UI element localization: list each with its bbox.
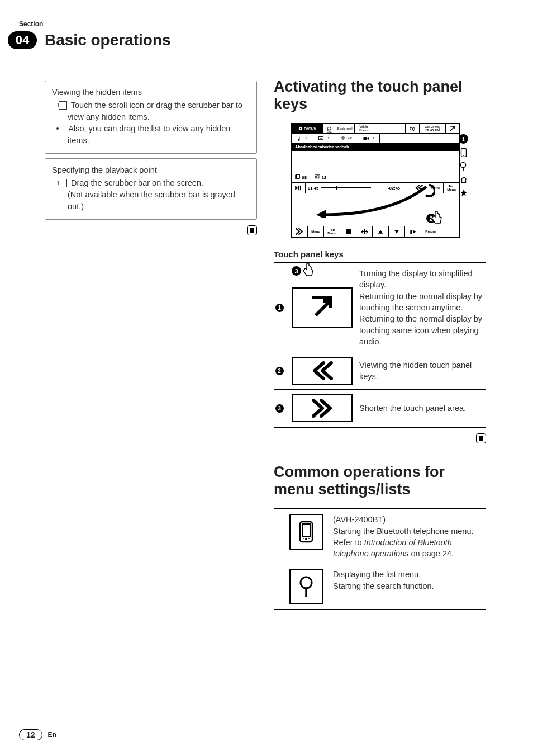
phone-icon [460,148,468,157]
chevron-right-icon [292,226,307,237]
repeat-icon: Disc [323,124,336,133]
page-footer: 12 En [19,729,56,740]
svg-point-20 [301,577,312,588]
expand-icon [292,287,353,328]
step-text: Touch the scroll icon or drag the scrubb… [68,101,242,121]
dvd-label: DVD-V [292,124,323,133]
disc-icon [298,126,303,131]
phone-icon [289,514,323,550]
page-number: 12 [19,729,42,740]
row-desc: (AVH-2400BT) Starting the Bluetooth tele… [333,514,486,559]
figure-body: 08 12 [292,151,459,183]
figure-title: Abcdeabcdeabcdeabcdeab [292,143,459,151]
top-menu-btn: TopMenu [323,226,340,237]
angle-icon: 1 [358,134,380,143]
wide-btn: Wide Cinema [355,124,373,133]
stop-icon [340,226,356,237]
svg-rect-13 [411,230,412,234]
heading-activating: Activating the touch panel keys [274,78,486,113]
step-number-icon: 1 [59,101,67,110]
row-desc: Displaying the list menu. Starting the s… [333,569,486,592]
search-icon [289,569,323,604]
table-row: (AVH-2400BT) Starting the Bluetooth tele… [274,509,486,564]
chapter-header: 04 Basic operations [8,30,171,50]
figure-extrabar: Menu TopMenu [292,226,459,237]
figure-side-icons: 1 [459,134,468,197]
row-number: 2 [274,367,285,375]
nav-cross-icon [356,226,372,237]
svg-rect-11 [346,229,351,234]
chevron-right-icon [292,394,353,422]
return-btn: Return [421,226,440,237]
step-number-icon: 1 [59,179,67,187]
subtitle-icon: 1 [313,134,335,143]
language-label: En [48,731,56,739]
section-end [274,428,486,443]
touch-panel-table: 1 Turning the display to simplified disp… [274,262,486,428]
bullet: • Also, you can drag the list to view an… [52,123,250,147]
down-icon [388,226,404,237]
chapter-title: Basic operations [45,31,171,49]
card-hidden-items: Viewing the hidden items 1 Touch the scr… [45,81,257,154]
table-row: Displaying the list menu. Starting the s… [274,564,486,610]
table-row: 3 Shorten the touch panel area. [274,390,486,428]
svg-rect-12 [410,230,411,234]
step-text: Drag the scrubber bar on the screen. [71,178,203,187]
tp-heading: Touch panel keys [274,249,486,259]
chapter-indicator: 12 [315,174,326,180]
curved-arrow-icon [312,184,435,218]
svg-rect-18 [302,524,310,536]
bookmark-btn: Book mark [336,124,355,133]
row-number: 1 [274,304,285,312]
svg-rect-2 [319,136,323,139]
chevron-left-icon [292,357,353,385]
svg-point-19 [305,538,307,540]
common-ops-table: (AVH-2400BT) Starting the Bluetooth tele… [274,508,486,610]
menu-btn: Menu [307,226,323,237]
datetime: Wed 28 May 12:45 PM [420,124,446,133]
up-icon [372,226,388,237]
spacer [373,124,406,133]
end-square-icon [247,225,257,235]
eq-btn: EQ [406,124,420,133]
svg-point-1 [300,128,301,129]
callout-1: 1 [459,134,468,144]
home-icon [460,175,468,184]
svg-rect-3 [320,138,322,139]
play-pause-icon [292,183,306,193]
callout-3: 3 [292,266,301,276]
section-label: Section [19,20,43,28]
audio-icon: 1 [292,134,313,143]
card-title: Specifying the playback point [52,164,250,176]
star-icon [460,188,468,197]
row-desc: Turning the display to simplified displa… [359,268,486,347]
figure-subbar: 1 1 L+R 1 [292,134,459,143]
track-indicator: 08 [295,174,307,180]
figure-topbar: DVD-V Disc Book mark Wide Cinema EQ [292,124,459,134]
card-playback-point: Specifying the playback point 1 Drag the… [45,158,257,220]
table-row: 2 Viewing the hidden touch panel keys. [274,352,486,390]
section-end [45,220,257,235]
bullet-icon: • [59,123,65,135]
svg-rect-6 [297,174,300,178]
svg-rect-8 [317,176,319,178]
step: 1 Touch the scroll icon or drag the scru… [52,100,250,123]
slow-icon [404,226,421,237]
pointer-icon [302,263,314,277]
row-desc: Viewing the hidden touch panel keys. [359,360,486,382]
chapter-number: 04 [8,31,37,49]
svg-rect-4 [363,137,367,140]
bullet-text: Also, you can drag the list to view any … [68,124,230,145]
step-note: (Not available when the scrubber bar is … [52,189,250,212]
step: 1 Drag the scrubber bar on the screen. [52,177,250,189]
pointer-icon [430,210,442,225]
channel-icon: L+R [335,134,358,143]
svg-point-16 [460,163,465,168]
spacer [380,134,459,143]
svg-point-15 [463,155,464,156]
heading-common: Common operations for menu settings/list… [274,464,486,498]
svg-rect-10 [300,186,301,190]
expand-icon [446,124,459,133]
row-desc: Shorten the touch panel area. [359,403,486,414]
svg-rect-9 [298,186,299,190]
